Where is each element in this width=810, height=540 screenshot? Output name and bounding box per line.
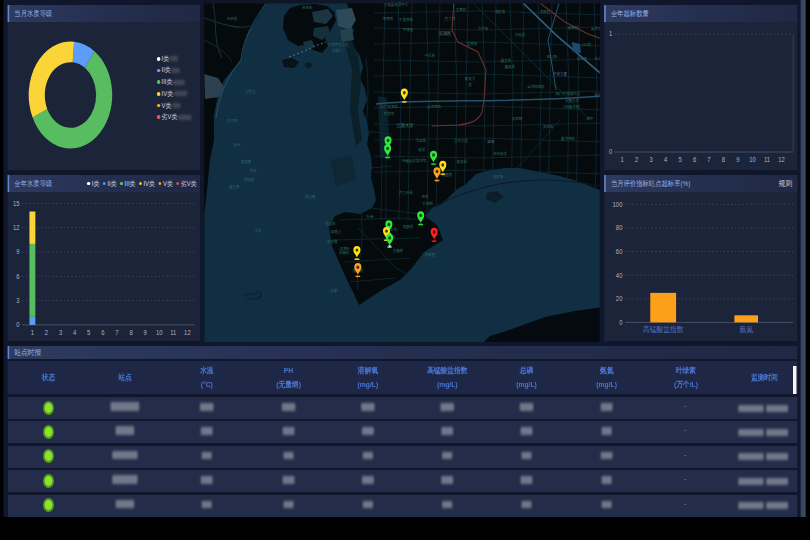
- svg-text:烟雨上: 烟雨上: [331, 229, 342, 234]
- svg-text:吴都路: 吴都路: [543, 124, 554, 129]
- svg-text:梁湖浦: 梁湖浦: [327, 239, 338, 244]
- svg-text:大湖置业分店: 大湖置业分店: [327, 42, 348, 47]
- svg-text:12: 12: [13, 224, 20, 232]
- svg-text:天绘村: 天绘村: [515, 32, 526, 37]
- svg-text:机场路: 机场路: [594, 92, 600, 97]
- svg-text:▼: ▼: [388, 244, 392, 249]
- svg-text:板桥: 板桥: [418, 147, 426, 152]
- svg-text:3: 3: [16, 297, 20, 305]
- svg-text:5: 5: [87, 329, 91, 337]
- svg-text:小曰村: 小曰村: [581, 42, 592, 47]
- svg-text:太子弄: 太子弄: [227, 118, 238, 123]
- svg-text:石皮桥: 石皮桥: [227, 16, 238, 21]
- svg-text:1: 1: [31, 329, 35, 337]
- svg-text:3: 3: [649, 156, 653, 164]
- svg-text:容庄: 容庄: [250, 168, 257, 173]
- svg-text:次家: 次家: [331, 288, 338, 293]
- svg-text:尚丁路: 尚丁路: [445, 16, 456, 21]
- svg-text:8: 8: [722, 156, 726, 164]
- svg-text:2: 2: [45, 329, 49, 337]
- svg-text:隆亭: 隆亭: [487, 139, 494, 144]
- svg-text:华庄街道: 华庄街道: [492, 151, 507, 156]
- svg-text:东山坞: 东山坞: [325, 221, 336, 226]
- svg-text:大浮: 大浮: [254, 228, 261, 233]
- svg-text:(无锡分校): (无锡分校): [564, 104, 581, 109]
- svg-text:杨家村: 杨家村: [567, 25, 579, 30]
- svg-text:尚丁石桥: 尚丁石桥: [399, 190, 413, 195]
- svg-text:湖山塘: 湖山塘: [305, 194, 316, 199]
- svg-text:古栅桥: 古栅桥: [393, 248, 404, 253]
- svg-text:寿安桥: 寿安桥: [457, 159, 468, 164]
- svg-text:具区路: 具区路: [493, 174, 504, 179]
- svg-text:相门中国城北区: 相门中国城北区: [556, 91, 581, 96]
- svg-text:6: 6: [16, 272, 20, 280]
- svg-text:大箕山: 大箕山: [245, 89, 256, 94]
- svg-text:社塘桥: 社塘桥: [422, 201, 434, 206]
- svg-text:6: 6: [101, 329, 105, 337]
- svg-text:高浪西路: 高浪西路: [427, 104, 441, 109]
- svg-text:4: 4: [664, 156, 668, 164]
- svg-text:滨湖区: 滨湖区: [439, 31, 452, 36]
- svg-text:100: 100: [613, 200, 623, 208]
- svg-text:11: 11: [764, 156, 770, 164]
- svg-text:大楼门: 大楼门: [332, 48, 343, 53]
- svg-text:中促桥: 中促桥: [425, 53, 436, 58]
- svg-text:立信大道: 立信大道: [454, 138, 468, 143]
- svg-text:天安大厦: 天安大厦: [553, 71, 567, 76]
- svg-text:12: 12: [184, 329, 191, 337]
- svg-text:北中路: 北中路: [478, 26, 489, 31]
- svg-text:0: 0: [16, 321, 20, 329]
- svg-text:40: 40: [616, 271, 623, 279]
- svg-text:隐秀路: 隐秀路: [383, 16, 394, 21]
- svg-text:科普馆: 科普馆: [383, 111, 395, 116]
- svg-text:渔港路: 渔港路: [302, 5, 313, 10]
- svg-text:长广溪湿地: 长广溪湿地: [380, 104, 398, 109]
- svg-text:9: 9: [736, 156, 740, 164]
- svg-text:吴都路: 吴都路: [512, 116, 523, 121]
- svg-text:东绎路: 东绎路: [577, 56, 588, 61]
- svg-text:羊梅村: 羊梅村: [244, 177, 255, 182]
- svg-text:15: 15: [13, 199, 20, 207]
- svg-text:12: 12: [778, 156, 785, 164]
- svg-text:20: 20: [616, 295, 623, 303]
- svg-text:中美西路: 中美西路: [399, 17, 413, 22]
- svg-text:观山路: 观山路: [547, 54, 558, 59]
- svg-text:氨氮: 氨氮: [739, 325, 753, 335]
- svg-text:11: 11: [170, 329, 176, 337]
- svg-text:6: 6: [693, 156, 697, 164]
- svg-text:9: 9: [16, 248, 20, 256]
- svg-text:1: 1: [620, 156, 624, 164]
- svg-text:同丽桥: 同丽桥: [403, 224, 414, 229]
- svg-text:3: 3: [59, 329, 63, 337]
- svg-text:晋秀路: 晋秀路: [467, 41, 478, 46]
- svg-text:清舒道: 清舒道: [495, 9, 506, 14]
- svg-text:塘中: 塘中: [586, 116, 594, 121]
- svg-text:水元: 水元: [233, 142, 241, 147]
- svg-text:雅景桥: 雅景桥: [501, 58, 512, 63]
- svg-text:5: 5: [678, 156, 682, 164]
- svg-text:80: 80: [616, 224, 623, 232]
- svg-text:7: 7: [707, 156, 711, 164]
- svg-text:东南大学: 东南大学: [565, 98, 579, 103]
- svg-text:10: 10: [156, 329, 163, 337]
- svg-text:张桥: 张桥: [421, 194, 428, 199]
- svg-text:叶巷: 叶巷: [366, 214, 373, 219]
- svg-text:高锰酸盐指数: 高锰酸盐指数: [643, 325, 684, 335]
- svg-text:薛家里: 薛家里: [425, 252, 436, 257]
- svg-text:高浪路西延: 高浪路西延: [527, 84, 545, 89]
- svg-text:10: 10: [749, 156, 756, 164]
- svg-text:0: 0: [619, 318, 623, 326]
- svg-text:7: 7: [115, 329, 119, 337]
- svg-text:东降村: 东降村: [540, 9, 551, 14]
- svg-text:大味新体育中心: 大味新体育中心: [384, 2, 409, 7]
- svg-text:杭州湾: 杭州湾: [594, 56, 600, 61]
- svg-text:北定桥: 北定桥: [416, 138, 427, 143]
- svg-text:4: 4: [73, 329, 77, 337]
- svg-text:9: 9: [143, 329, 147, 337]
- svg-text:高浪东路: 高浪东路: [591, 26, 600, 31]
- svg-text:无锡绿波美术馆: 无锡绿波美术馆: [402, 158, 427, 163]
- svg-text:1: 1: [609, 30, 613, 38]
- svg-text:道: 道: [468, 82, 472, 87]
- svg-text:8: 8: [129, 329, 133, 337]
- svg-text:0: 0: [609, 148, 613, 156]
